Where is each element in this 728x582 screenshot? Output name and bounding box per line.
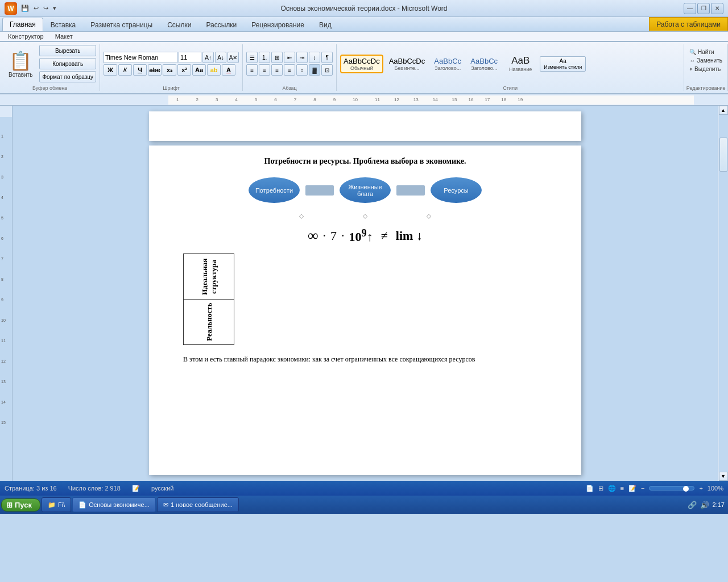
vruler-top [0,108,12,117]
sub-tab-layout[interactable]: Макет [49,32,78,41]
style-no-spacing[interactable]: AaBbCcDc Без инте... [386,55,429,73]
view-outline-btn[interactable]: ≡ [621,485,624,492]
underline-btn[interactable]: Ч [133,64,147,76]
redo-quick-btn[interactable]: ↪ [42,4,50,13]
minimize-btn[interactable]: — [684,3,696,14]
multi-level-btn[interactable]: ⊞ [271,52,283,63]
format-painter-btn[interactable]: Формат по образцу [39,71,96,82]
restore-btn[interactable]: ❐ [697,3,710,14]
context-tab-tables[interactable]: Работа с таблицами [649,17,728,31]
close-btn[interactable]: ✕ [711,3,723,14]
style-heading1[interactable]: AaBbCc Заголово... [431,55,465,73]
clock-display[interactable]: 2:17 [713,501,725,509]
zoom-thumb[interactable] [683,486,689,492]
shrink-font-btn[interactable]: A↓ [215,52,226,63]
scroll-down-btn[interactable]: ▼ [719,472,728,481]
scroll-up-btn[interactable]: ▲ [719,106,728,115]
copy-btn[interactable]: Копировать [39,58,96,69]
change-styles-btn[interactable]: Аа Изменить стили [540,56,586,72]
scroll-thumb[interactable] [719,138,727,172]
style-heading1-label: Заголово... [434,65,461,71]
tab-view[interactable]: Вид [312,18,339,31]
style-heading2[interactable]: AaBbCc Заголово... [467,55,501,73]
replace-btn[interactable]: ↔ Заменить [688,57,724,64]
undo-quick-btn[interactable]: ↩ [32,4,40,13]
spell-check-icon: 📝 [132,485,140,492]
list-bullet-btn[interactable]: ☰ [246,52,258,63]
taskbar-mail-icon: ✉ [163,501,168,509]
strikethrough-btn[interactable]: abc [148,64,162,76]
subscript-btn[interactable]: x₂ [163,64,176,76]
page-info[interactable]: Страница: 3 из 16 [5,485,57,492]
italic-btn[interactable]: К [118,64,132,76]
highlight-btn[interactable]: ab [207,64,221,76]
font-color-btn[interactable]: A [222,64,235,76]
line-spacing-btn[interactable]: ↕ [296,64,308,76]
word-count[interactable]: Число слов: 2 918 [68,485,121,492]
clear-format-btn[interactable]: A✕ [228,52,239,63]
tab-references[interactable]: Ссылки [160,18,198,31]
tab-mailings[interactable]: Рассылки [198,18,244,31]
font-size-input[interactable] [179,52,201,63]
taskbar-mail-btn[interactable]: ✉ 1 новое сообщение... [157,497,239,512]
editing-label: Редактирование [684,85,727,91]
grow-font-btn[interactable]: A↑ [202,52,214,63]
tab-insert[interactable]: Вставка [43,18,84,31]
increase-indent-btn[interactable]: ⇥ [296,52,308,63]
more-quick-btn[interactable]: ▾ [51,4,58,13]
taskbar-mail-label: 1 новое сообщение... [171,501,233,508]
table-cell-reality: Реальность [184,300,234,345]
doc-area[interactable]: Потребности и ресурсы. Проблема выбора в… [13,106,718,481]
superscript-btn[interactable]: x² [177,64,191,76]
select-btn[interactable]: ⌖ Выделить [688,65,724,73]
view-fullscreen-btn[interactable]: ⊞ [598,485,603,492]
zoom-plus-btn[interactable]: + [699,485,702,492]
list-number-btn[interactable]: 1. [259,52,270,63]
language-status[interactable]: русский [151,485,173,492]
ruler-content: 1 2 3 4 5 6 7 8 9 10 11 12 13 14 15 16 1… [134,95,717,105]
align-center-btn[interactable]: ≡ [259,64,270,76]
taskbar-word-btn[interactable]: 📄 Основы экономиче... [72,497,156,512]
align-justify-btn[interactable]: ≡ [284,64,295,76]
bold-btn[interactable]: Ж [104,64,117,76]
style-title[interactable]: AaB Название [503,53,537,74]
sort-btn[interactable]: ↕ [309,52,320,63]
tab-review[interactable]: Рецензирование [244,18,312,31]
start-button[interactable]: ⊞ Пуск [1,498,40,512]
sub-tab-constructor[interactable]: Конструктор [2,32,49,41]
save-quick-btn[interactable]: 💾 [19,4,31,13]
zoom-percent[interactable]: 100% [708,485,723,492]
tab-page-layout[interactable]: Разметка страницы [83,18,160,31]
view-print-btn[interactable]: 📄 [586,485,594,492]
tab-home[interactable]: Главная [2,18,43,31]
vruler-15: 15 [1,421,6,425]
find-btn[interactable]: 🔍 Найти [688,48,724,56]
status-right: 📄 ⊞ 🌐 ≡ 📝 − + 100% [586,485,723,492]
zoom-minus-btn[interactable]: − [641,485,644,492]
view-draft-btn[interactable]: 📝 [628,485,636,492]
scroll-track[interactable] [719,115,728,472]
style-heading2-preview: AaBbCc [470,57,498,65]
align-left-btn[interactable]: ≡ [246,64,258,76]
main-area: 1 2 3 4 5 6 7 8 9 10 11 12 13 14 15 Потр… [0,106,728,481]
paste-button[interactable]: 📋 Вставить [3,47,38,81]
decrease-indent-btn[interactable]: ⇤ [284,52,295,63]
vruler-7: 7 [1,257,3,261]
zoom-track[interactable] [649,486,694,490]
taskbar-files-btn[interactable]: 📁 Fi\ [42,497,71,512]
border-btn[interactable]: ⊡ [321,64,333,76]
align-right-btn[interactable]: ≡ [271,64,283,76]
connector-2 [396,185,425,196]
shading-btn[interactable]: ▓ [309,64,320,76]
style-heading2-label: Заголово... [470,65,498,71]
right-scrollbar[interactable]: ▲ ▼ [718,106,728,481]
ruler-mark-19: 19 [518,97,523,102]
ribbon-sub-tabs: Конструктор Макет [0,32,728,42]
view-web-btn[interactable]: 🌐 [608,485,616,492]
style-normal[interactable]: AaBbCcDc Обычный [340,55,383,73]
change-case-btn[interactable]: Аа [192,64,206,76]
font-name-input[interactable] [104,52,177,63]
show-marks-btn[interactable]: ¶ [321,52,333,63]
app-title: Основы экономической теории.docx - Micro… [280,5,447,13]
cut-btn[interactable]: Вырезать [39,45,96,56]
